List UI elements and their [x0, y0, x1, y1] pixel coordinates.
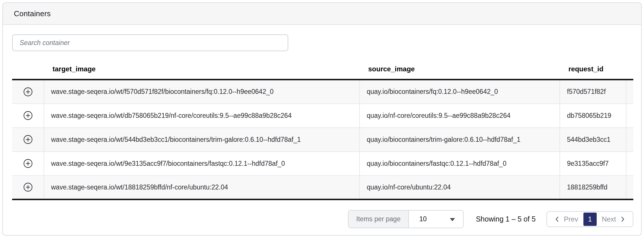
expander-cell	[12, 152, 44, 176]
table-row: wave.stage-seqera.io/wt/db758065b219/nf-…	[12, 104, 633, 128]
next-page-button[interactable]: Next	[600, 215, 628, 223]
request-id-cell: 544bd3eb3cc1	[560, 128, 626, 152]
spacer-cell	[626, 152, 633, 176]
caret-down-icon	[450, 218, 455, 221]
expander-cell	[12, 128, 44, 152]
column-header-request-id: request_id	[560, 59, 626, 80]
expander-cell	[12, 80, 44, 104]
items-per-page-label: Items per page	[349, 211, 409, 228]
table-row: wave.stage-seqera.io/wt/544bd3eb3cc1/bio…	[12, 128, 633, 152]
card-header: Containers	[3, 3, 641, 25]
chevron-right-icon	[619, 216, 626, 222]
circle-plus-icon	[23, 87, 33, 97]
source-image-cell: quay.io/nf-core/ubuntu:22.04	[360, 176, 560, 200]
target-image-cell: wave.stage-seqera.io/wt/18818259bffd/nf-…	[44, 176, 360, 200]
source-image-cell: quay.io/nf-core/coreutils:9.5--ae99c88a9…	[360, 104, 560, 128]
source-image-cell: quay.io/biocontainers/fq:0.12.0--h9ee064…	[360, 80, 560, 104]
source-image-cell: quay.io/biocontainers/fastqc:0.12.1--hdf…	[360, 152, 560, 176]
pager: Prev 1 Next	[546, 211, 633, 227]
expander-column-header	[12, 59, 44, 80]
spacer-cell	[626, 104, 633, 128]
pagination-bar: Items per page 10 Showing 1 – 5 of 5 Pre…	[12, 210, 633, 228]
spacer-cell	[626, 80, 633, 104]
card-body: target_image source_image request_id wav…	[3, 25, 641, 228]
request-id-cell: 18818259bffd	[560, 176, 626, 200]
circle-plus-icon	[23, 182, 33, 192]
target-image-cell: wave.stage-seqera.io/wt/544bd3eb3cc1/bio…	[44, 128, 360, 152]
request-id-cell: f570d571f82f	[560, 80, 626, 104]
column-header-source-image: source_image	[360, 59, 560, 80]
containers-card: Containers target_image source_image req…	[2, 2, 642, 236]
chevron-left-icon	[554, 216, 560, 222]
search-input[interactable]	[12, 34, 288, 51]
spacer-cell	[626, 176, 633, 200]
items-per-page-value: 10	[419, 215, 427, 223]
expand-row-button[interactable]	[21, 181, 35, 194]
target-image-cell: wave.stage-seqera.io/wt/db758065b219/nf-…	[44, 104, 360, 128]
prev-page-button[interactable]: Prev	[552, 215, 580, 223]
spacer-column-header	[626, 59, 633, 80]
table-row: wave.stage-seqera.io/wt/18818259bffd/nf-…	[12, 176, 633, 200]
page-number-button[interactable]: 1	[583, 213, 597, 226]
circle-plus-icon	[23, 111, 33, 120]
request-id-cell: 9e3135acc9f7	[560, 152, 626, 176]
expander-cell	[12, 176, 44, 200]
circle-plus-icon	[23, 159, 33, 168]
table-row: wave.stage-seqera.io/wt/9e3135acc9f7/bio…	[12, 152, 633, 176]
request-id-cell: db758065b219	[560, 104, 626, 128]
expand-row-button[interactable]	[21, 157, 35, 170]
prev-label: Prev	[564, 215, 578, 223]
expander-cell	[12, 104, 44, 128]
page-title: Containers	[14, 9, 51, 18]
column-header-target-image: target_image	[44, 59, 360, 80]
expand-row-button[interactable]	[21, 133, 35, 146]
table-row: wave.stage-seqera.io/wt/f570d571f82f/bio…	[12, 80, 633, 104]
next-label: Next	[602, 215, 616, 223]
target-image-cell: wave.stage-seqera.io/wt/9e3135acc9f7/bio…	[44, 152, 360, 176]
circle-plus-icon	[23, 135, 33, 144]
expand-row-button[interactable]	[21, 109, 35, 122]
table-header-row: target_image source_image request_id	[12, 59, 633, 80]
source-image-cell: quay.io/biocontainers/trim-galore:0.6.10…	[360, 128, 560, 152]
target-image-cell: wave.stage-seqera.io/wt/f570d571f82f/bio…	[44, 80, 360, 104]
expand-row-button[interactable]	[21, 85, 35, 98]
items-per-page-group: Items per page 10	[348, 210, 464, 228]
showing-status: Showing 1 – 5 of 5	[476, 215, 536, 223]
items-per-page-select[interactable]: 10	[409, 211, 463, 228]
containers-table: target_image source_image request_id wav…	[12, 59, 633, 200]
spacer-cell	[626, 128, 633, 152]
